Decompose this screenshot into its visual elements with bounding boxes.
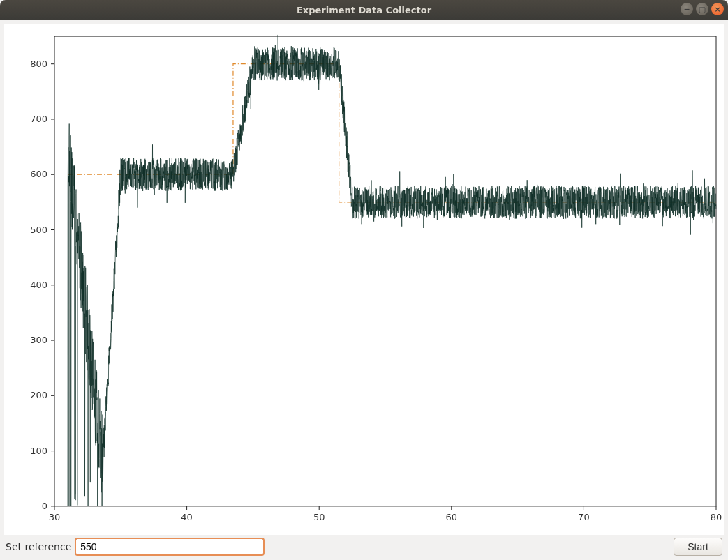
svg-text:70: 70 (578, 512, 590, 522)
svg-text:50: 50 (313, 512, 325, 522)
titlebar: Experiment Data Collector − ▢ × (0, 0, 728, 20)
bottom-bar: Set reference Start (0, 538, 728, 560)
svg-text:0: 0 (42, 501, 47, 511)
svg-rect-0 (54, 36, 716, 506)
svg-text:100: 100 (30, 446, 47, 456)
svg-text:500: 500 (30, 225, 47, 235)
svg-text:400: 400 (30, 280, 47, 290)
window-controls: − ▢ × (681, 3, 724, 15)
window-title: Experiment Data Collector (297, 5, 431, 15)
svg-text:800: 800 (30, 59, 47, 69)
client-area: 0100200300400500600700800304050607080 Se… (0, 20, 728, 560)
close-icon[interactable]: × (711, 3, 724, 15)
svg-text:30: 30 (49, 512, 61, 522)
reference-label: Set reference (6, 541, 71, 552)
plot-container: 0100200300400500600700800304050607080 (4, 24, 724, 535)
svg-text:60: 60 (446, 512, 458, 522)
svg-text:600: 600 (30, 169, 47, 179)
svg-text:80: 80 (711, 512, 722, 522)
svg-text:200: 200 (30, 390, 47, 400)
svg-text:700: 700 (30, 114, 47, 124)
reference-input[interactable] (75, 538, 264, 555)
maximize-icon[interactable]: ▢ (696, 3, 708, 15)
plot-svg: 0100200300400500600700800304050607080 (4, 24, 724, 535)
svg-text:40: 40 (181, 512, 193, 522)
svg-text:300: 300 (30, 335, 47, 345)
start-button[interactable]: Start (674, 538, 722, 556)
minimize-icon[interactable]: − (681, 3, 693, 15)
